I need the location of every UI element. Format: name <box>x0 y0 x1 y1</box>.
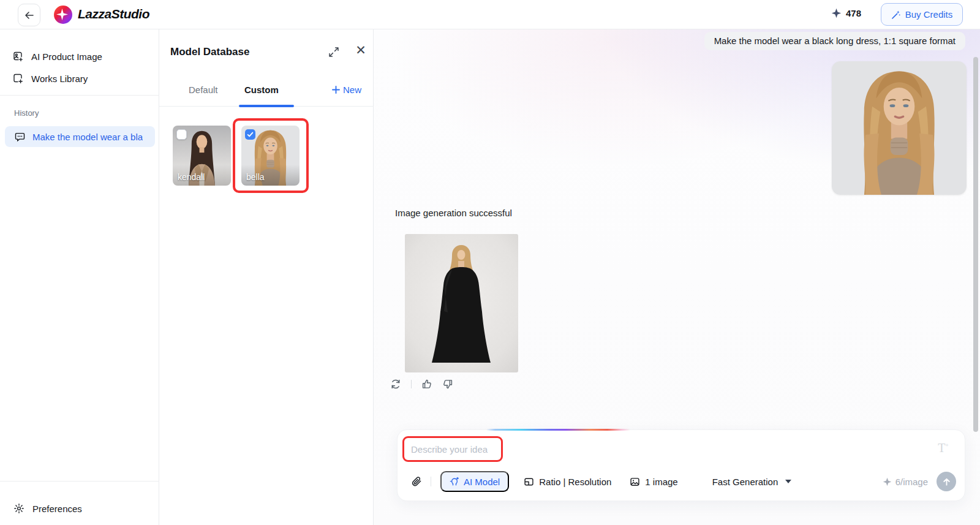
user-message-bubble: Make the model wear a black long dress, … <box>704 32 965 50</box>
top-bar: LazzaStudio 478 Buy Credits <box>0 0 980 29</box>
prompt-input[interactable] <box>411 440 595 458</box>
sidebar-item-ai-product-image[interactable]: AI Product Image <box>0 46 159 67</box>
credits-count: 478 <box>846 8 861 18</box>
toolbar-divider <box>431 477 431 486</box>
regenerate-icon[interactable] <box>390 379 401 390</box>
ai-model-button[interactable]: AI Model <box>440 471 509 492</box>
ai-model-label: AI Model <box>464 477 500 487</box>
history-item-label: Make the model wear a bla <box>32 132 143 142</box>
model-tabs: Default Custom New <box>159 81 374 107</box>
credit-star-icon <box>831 8 842 18</box>
app-window: LazzaStudio 478 Buy Credits AI Pr <box>0 0 980 525</box>
panel-title: Model Database <box>170 46 249 58</box>
sidebar-divider <box>0 95 159 96</box>
model-card-bella[interactable]: bella <box>241 126 300 186</box>
credits-balance: 478 <box>831 8 861 18</box>
chat-area: Make the model wear a black long dress, … <box>374 29 980 525</box>
sidebar-item-label: Works Library <box>31 74 88 84</box>
ratio-resolution-label: Ratio | Resolution <box>539 477 611 487</box>
checkbox-unchecked[interactable] <box>176 129 187 140</box>
sidebar-divider <box>0 481 159 482</box>
gear-icon <box>13 503 24 514</box>
ratio-icon <box>524 477 534 487</box>
arrow-left-icon <box>24 10 35 21</box>
sidebar-item-label: AI Product Image <box>31 51 102 62</box>
generation-status: Image generation successful <box>395 208 512 218</box>
magic-wand-icon <box>891 10 901 20</box>
tab-custom[interactable]: Custom <box>244 85 279 95</box>
sidebar: AI Product Image Works Library History M… <box>0 29 159 525</box>
sidebar-item-preferences[interactable]: Preferences <box>0 497 159 519</box>
generation-speed-dropdown[interactable]: Fast Generation <box>712 477 792 487</box>
plus-icon <box>332 86 340 94</box>
scrollbar-thumb[interactable] <box>973 57 978 432</box>
new-model-button[interactable]: New <box>332 85 361 95</box>
brand-logo-icon <box>54 6 72 24</box>
chevron-down-icon <box>785 480 791 483</box>
check-icon <box>247 131 254 138</box>
composer-toolbar: AI Model Ratio | Resolution 1 ima <box>411 470 956 493</box>
rainbow-gradient-line <box>486 429 630 431</box>
cost-star-icon <box>883 477 892 486</box>
brand-name: LazzaStudio <box>78 7 149 21</box>
model-name: bella <box>246 172 265 182</box>
send-button[interactable] <box>937 472 956 491</box>
thumbs-down-icon[interactable] <box>442 379 453 390</box>
new-model-label: New <box>343 85 361 95</box>
generation-cost: 6/image <box>883 477 928 487</box>
message-actions <box>390 379 453 390</box>
ratio-resolution-button[interactable]: Ratio | Resolution <box>524 477 611 487</box>
attachment-icon[interactable] <box>411 476 422 487</box>
active-tab-underline <box>239 105 294 107</box>
model-name: kendall <box>178 172 205 182</box>
preferences-label: Preferences <box>32 504 82 514</box>
thumbs-up-icon[interactable] <box>421 379 432 390</box>
model-database-panel: Model Database ✕ Default Custom New kend <box>159 29 374 525</box>
checkbox-checked[interactable] <box>245 129 255 140</box>
buy-credits-label: Buy Credits <box>905 9 953 20</box>
history-item-active[interactable]: Make the model wear a bla <box>5 126 155 147</box>
ai-model-icon <box>450 477 459 486</box>
tab-default[interactable]: Default <box>189 85 218 95</box>
buy-credits-button[interactable]: Buy Credits <box>881 3 963 26</box>
generated-image[interactable] <box>405 234 518 372</box>
image-icon <box>630 477 640 487</box>
close-icon[interactable]: ✕ <box>353 43 368 58</box>
expand-icon[interactable] <box>328 47 339 58</box>
attached-model-image[interactable] <box>832 61 967 195</box>
works-library-icon <box>12 73 23 84</box>
composer-panel: T+ AI Model <box>397 429 965 501</box>
image-count-button[interactable]: 1 image <box>630 477 677 487</box>
back-button[interactable] <box>18 4 40 26</box>
cost-label: 6/image <box>895 477 928 487</box>
model-card-kendall[interactable]: kendall <box>173 126 231 186</box>
chat-bubble-icon <box>15 132 25 142</box>
image-count-label: 1 image <box>645 477 677 487</box>
text-enhance-icon[interactable]: T+ <box>938 441 949 455</box>
sidebar-item-works-library[interactable]: Works Library <box>0 68 159 89</box>
arrow-up-icon <box>942 477 951 486</box>
history-heading: History <box>14 108 39 118</box>
generation-speed-label: Fast Generation <box>712 477 778 487</box>
product-image-icon <box>12 51 23 62</box>
actions-divider <box>411 380 412 388</box>
